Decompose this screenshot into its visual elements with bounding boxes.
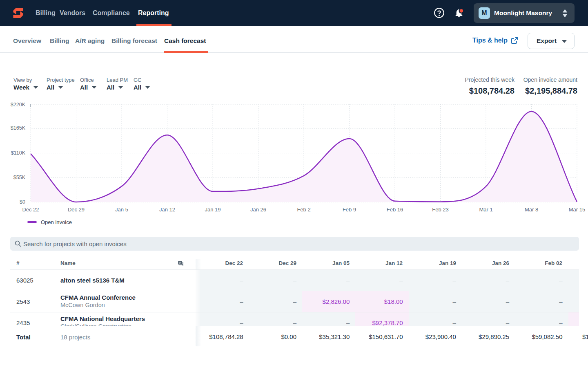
svg-text:Mar 1: Mar 1 — [479, 206, 492, 213]
svg-text:$220K: $220K — [11, 102, 26, 108]
svg-text:Open invoice: Open invoice — [41, 219, 72, 225]
svg-text:Feb 2: Feb 2 — [297, 206, 310, 213]
svg-text:Mar 8: Mar 8 — [525, 206, 538, 213]
svg-text:Feb 9: Feb 9 — [343, 206, 356, 213]
svg-text:Jan 26: Jan 26 — [250, 206, 266, 213]
svg-text:Feb 23: Feb 23 — [432, 206, 448, 213]
svg-text:Jan 19: Jan 19 — [205, 206, 220, 213]
svg-text:$110K: $110K — [11, 150, 26, 156]
svg-text:$55K: $55K — [13, 175, 26, 180]
svg-text:Jan 5: Jan 5 — [115, 206, 128, 213]
svg-text:Jan 12: Jan 12 — [159, 206, 175, 213]
svg-text:Dec 29: Dec 29 — [68, 206, 85, 213]
svg-text:$165K: $165K — [11, 125, 26, 131]
svg-text:Mar 15: Mar 15 — [569, 206, 585, 213]
svg-text:Feb 16: Feb 16 — [387, 206, 403, 213]
svg-text:$0: $0 — [20, 199, 25, 205]
svg-text:Dec 22: Dec 22 — [22, 206, 39, 213]
